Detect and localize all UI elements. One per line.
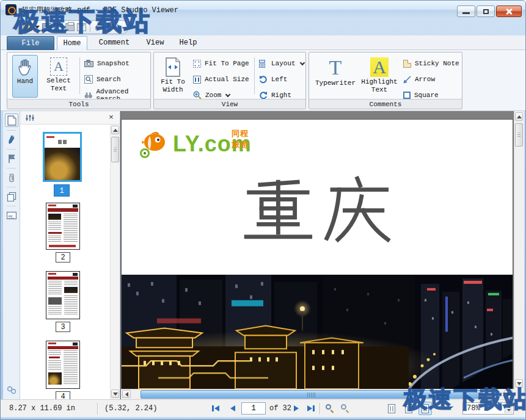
actual-size-status-button[interactable] — [388, 404, 395, 413]
comments-panel-button[interactable] — [5, 133, 18, 147]
scroll-right-button[interactable] — [504, 390, 513, 398]
scroll-up-icon — [517, 115, 522, 118]
rotate-left-icon — [259, 75, 268, 84]
horizontal-scrollbar[interactable] — [121, 389, 514, 399]
thumbnail-preview — [46, 272, 79, 319]
zoom-level-combo[interactable]: 78% — [462, 402, 514, 415]
tab-file[interactable]: File — [7, 36, 54, 50]
fit-to-page-button[interactable]: Fit To Page — [193, 57, 249, 70]
open-dropdown-icon[interactable] — [35, 26, 40, 29]
hand-label: Hand — [17, 78, 33, 85]
link-tool-button[interactable] — [5, 383, 18, 397]
next-page-button[interactable] — [294, 405, 299, 411]
fit-to-width-label: Fit To Width — [159, 78, 187, 94]
rotate-right-label: Right — [271, 92, 291, 99]
thumbnails-panel-button[interactable] — [5, 190, 18, 203]
status-divider — [97, 403, 98, 415]
close-icon — [505, 8, 513, 15]
panel-close-button[interactable]: × — [106, 113, 116, 123]
scrollbar-thumb[interactable] — [515, 123, 523, 147]
redo-icon[interactable] — [106, 23, 116, 32]
window-bottom-border — [1, 417, 526, 420]
square-icon — [403, 92, 411, 99]
scroll-left-button[interactable] — [122, 390, 131, 398]
save-icon[interactable] — [42, 23, 51, 31]
restore-button[interactable] — [477, 5, 495, 17]
select-text-icon: A — [50, 57, 67, 76]
bookmarks-panel-button[interactable] — [5, 152, 18, 165]
snapshot-icon — [84, 60, 93, 67]
sidebar-icon-strip — [3, 111, 20, 399]
rotate-left-button[interactable]: Left — [259, 73, 287, 85]
attachments-panel-button[interactable] — [5, 171, 18, 184]
flag-icon — [7, 154, 16, 164]
zoom-spinner[interactable] — [505, 404, 513, 413]
fit-width-status-button[interactable] — [418, 402, 432, 415]
undo-icon[interactable] — [94, 23, 104, 32]
layout-button[interactable]: Layout — [259, 57, 304, 70]
highlight-text-button[interactable]: A Highlight Text — [359, 55, 400, 98]
document-view[interactable]: LY.com 同程旅游 — [120, 111, 524, 399]
thumbnails-panel: × 1 2 — [20, 111, 120, 399]
actual-size-button[interactable]: Actual Size — [193, 73, 249, 85]
scroll-up-button[interactable] — [111, 126, 119, 134]
pdf-page: LY.com 同程旅游 — [122, 120, 513, 389]
thumbnail-preview — [46, 203, 79, 249]
typewriter-icon: T — [329, 57, 342, 78]
vertical-scrollbar[interactable] — [514, 111, 524, 389]
snapshot-label: Snapshot — [97, 60, 130, 67]
thumbnails-scrollbar[interactable] — [110, 125, 120, 399]
strip-divider — [7, 149, 16, 150]
minimize-button[interactable] — [457, 5, 475, 17]
thumbnail-page-4[interactable] — [46, 341, 80, 389]
previous-page-button[interactable] — [230, 405, 235, 411]
rotate-left-label: Left — [271, 76, 287, 83]
scrollbar-thumb[interactable] — [141, 390, 483, 399]
thumbnail-page-1[interactable] — [43, 132, 82, 182]
comments-group: T Typewriter A Highlight Text Sticky Not… — [309, 52, 462, 109]
select-text-button[interactable]: A Select Text — [42, 55, 76, 98]
typewriter-button[interactable]: T Typewriter — [314, 55, 357, 98]
layout-icon — [259, 60, 268, 68]
status-bar: 8.27 x 11.69 in (5.32, 2.24) of 32 78% — [1, 399, 526, 417]
strip-divider — [7, 130, 16, 131]
scrollbar-thumb[interactable] — [111, 137, 119, 162]
fit-to-width-button[interactable]: Fit To Width — [158, 55, 188, 98]
snapshot-button[interactable]: Snapshot — [84, 57, 130, 70]
marquee-zoom-button[interactable] — [341, 404, 350, 413]
page-number-badge: 4 — [56, 391, 70, 399]
magnifier-handle — [331, 410, 334, 413]
last-page-button[interactable] — [307, 405, 315, 411]
print-icon[interactable] — [65, 23, 75, 31]
tab-view[interactable]: View — [141, 36, 169, 50]
arrow-button[interactable]: Arrow — [403, 73, 435, 85]
tab-comment[interactable]: Comment — [92, 36, 136, 50]
close-button[interactable] — [496, 5, 522, 17]
search-button[interactable]: Search — [84, 73, 121, 85]
open-icon[interactable] — [23, 23, 32, 31]
save-as-icon[interactable] — [54, 23, 63, 31]
first-page-button[interactable] — [212, 405, 219, 411]
scroll-down-button[interactable] — [111, 389, 119, 398]
group-separator — [79, 57, 80, 94]
signature-icon — [7, 211, 16, 220]
pages-panel-button[interactable] — [5, 114, 18, 127]
email-icon[interactable] — [77, 23, 86, 31]
scroll-up-button[interactable] — [515, 112, 523, 121]
panel-options-icon[interactable] — [25, 114, 34, 122]
toolbar-separator — [90, 23, 90, 32]
scroll-down-button[interactable] — [515, 379, 523, 388]
signatures-panel-button[interactable] — [5, 209, 18, 222]
strip-divider — [7, 206, 16, 206]
sticky-note-button[interactable]: Sticky Note — [403, 57, 459, 70]
fit-page-status-button[interactable] — [405, 404, 412, 413]
thumbnail-page-3[interactable] — [46, 271, 80, 319]
zoom-icon — [193, 91, 202, 100]
hand-tool-button[interactable]: Hand — [12, 55, 38, 98]
rotate-right-icon — [259, 91, 268, 100]
page-number-input[interactable] — [241, 402, 266, 415]
tab-home[interactable]: Home — [57, 36, 87, 50]
thumbnail-page-2[interactable] — [46, 203, 80, 250]
tab-help[interactable]: Help — [174, 36, 202, 50]
zoom-out-tool-button[interactable] — [326, 404, 335, 413]
